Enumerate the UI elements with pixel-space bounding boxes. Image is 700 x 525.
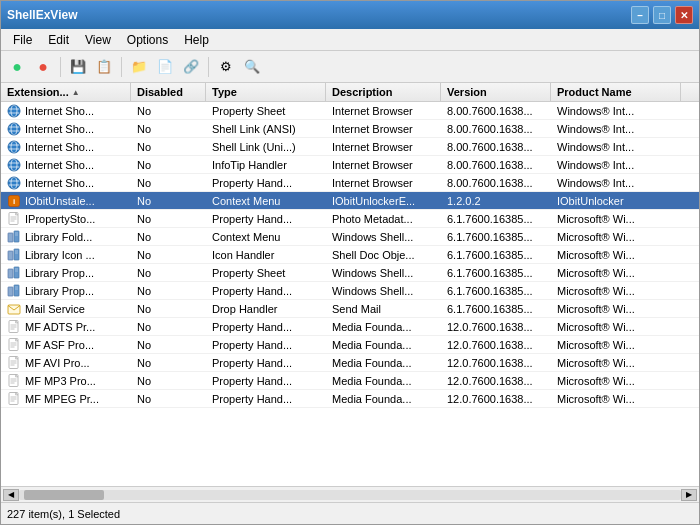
toolbar-search[interactable]: 🔍 (240, 55, 264, 79)
col-header-type[interactable]: Type (206, 83, 326, 101)
menu-options[interactable]: Options (119, 31, 176, 49)
menu-edit[interactable]: Edit (40, 31, 77, 49)
window-title: ShellExView (7, 8, 77, 22)
table-row[interactable]: MF AVI Pro... No Property Hand... Media … (1, 354, 699, 372)
cell-disabled: No (131, 192, 206, 209)
toolbar-open[interactable]: 📁 (127, 55, 151, 79)
cell-type: Shell Link (Uni...) (206, 138, 326, 155)
cell-version: 8.00.7600.1638... (441, 120, 551, 137)
cell-disabled: No (131, 282, 206, 299)
table-row[interactable]: Internet Sho... No Property Sheet Intern… (1, 102, 699, 120)
cell-product: IObitUnlocker (551, 192, 681, 209)
svg-rect-40 (8, 269, 13, 278)
cell-version: 6.1.7600.16385... (441, 228, 551, 245)
cell-desc: Internet Browser (326, 156, 441, 173)
library-icon (7, 248, 21, 262)
globe-icon (7, 158, 21, 172)
toolbar-settings[interactable]: ⚙ (214, 55, 238, 79)
cell-desc: Media Founda... (326, 390, 441, 407)
table-row[interactable]: i IObitUnstale... No Context Menu IObitU… (1, 192, 699, 210)
col-header-disabled[interactable]: Disabled (131, 83, 206, 101)
scrollbar-track[interactable] (19, 490, 681, 500)
cell-desc: Internet Browser (326, 174, 441, 191)
cell-type: Property Hand... (206, 210, 326, 227)
menu-help[interactable]: Help (176, 31, 217, 49)
table-row[interactable]: Internet Sho... No InfoTip Handler Inter… (1, 156, 699, 174)
sort-arrow-ext: ▲ (72, 88, 80, 97)
mail-icon (7, 302, 21, 316)
cell-disabled: No (131, 120, 206, 137)
page-icon (7, 392, 21, 406)
col-header-ext[interactable]: Extension... ▲ (1, 83, 131, 101)
table-row[interactable]: MF MP3 Pro... No Property Hand... Media … (1, 372, 699, 390)
cell-type: InfoTip Handler (206, 156, 326, 173)
cell-desc: Windows Shell... (326, 282, 441, 299)
toolbar-btn-green[interactable]: ● (5, 55, 29, 79)
cell-disabled: No (131, 246, 206, 263)
cell-type: Drop Handler (206, 300, 326, 317)
cell-desc: IObitUnlockerE... (326, 192, 441, 209)
col-header-product[interactable]: Product Name (551, 83, 681, 101)
cell-type: Property Hand... (206, 354, 326, 371)
cell-desc: Shell Doc Obje... (326, 246, 441, 263)
maximize-button[interactable]: □ (653, 6, 671, 24)
cell-version: 6.1.7600.16385... (441, 264, 551, 281)
col-header-version[interactable]: Version (441, 83, 551, 101)
cell-product: Microsoft® Wi... (551, 336, 681, 353)
toolbar-link[interactable]: 🔗 (179, 55, 203, 79)
table-row[interactable]: Library Icon ... No Icon Handler Shell D… (1, 246, 699, 264)
cell-type: Icon Handler (206, 246, 326, 263)
iobit-icon: i (7, 194, 21, 208)
cell-product: Microsoft® Wi... (551, 318, 681, 335)
table-row[interactable]: Library Fold... No Context Menu Windows … (1, 228, 699, 246)
cell-ext: Internet Sho... (1, 102, 131, 119)
library-icon (7, 284, 21, 298)
cell-version: 12.0.7600.1638... (441, 336, 551, 353)
cell-type: Property Hand... (206, 318, 326, 335)
cell-ext: Library Fold... (1, 228, 131, 245)
toolbar-btn-red[interactable]: ● (31, 55, 55, 79)
cell-disabled: No (131, 300, 206, 317)
cell-type: Property Sheet (206, 264, 326, 281)
globe-icon (7, 140, 21, 154)
scroll-left-btn[interactable]: ◀ (3, 489, 19, 501)
cell-ext: MF ADTS Pr... (1, 318, 131, 335)
cell-type: Property Sheet (206, 102, 326, 119)
table-row[interactable]: Mail Service No Drop Handler Send Mail 6… (1, 300, 699, 318)
cell-type: Context Menu (206, 228, 326, 245)
cell-product: Microsoft® Wi... (551, 210, 681, 227)
table-row[interactable]: MF ASF Pro... No Property Hand... Media … (1, 336, 699, 354)
toolbar-save[interactable]: 💾 (66, 55, 90, 79)
menu-view[interactable]: View (77, 31, 119, 49)
cell-disabled: No (131, 138, 206, 155)
cell-disabled: No (131, 102, 206, 119)
table-row[interactable]: Internet Sho... No Property Hand... Inte… (1, 174, 699, 192)
toolbar-clipboard[interactable]: 📋 (92, 55, 116, 79)
minimize-button[interactable]: – (631, 6, 649, 24)
menu-file[interactable]: File (5, 31, 40, 49)
cell-disabled: No (131, 318, 206, 335)
cell-version: 8.00.7600.1638... (441, 174, 551, 191)
table-row[interactable]: Internet Sho... No Shell Link (Uni...) I… (1, 138, 699, 156)
table-row[interactable]: Library Prop... No Property Sheet Window… (1, 264, 699, 282)
cell-product: Windows® Int... (551, 138, 681, 155)
table-row[interactable]: MF ADTS Pr... No Property Hand... Media … (1, 318, 699, 336)
cell-ext: Internet Sho... (1, 156, 131, 173)
cell-type: Context Menu (206, 192, 326, 209)
close-button[interactable]: ✕ (675, 6, 693, 24)
table-row[interactable]: Internet Sho... No Shell Link (ANSI) Int… (1, 120, 699, 138)
table-row[interactable]: MF MPEG Pr... No Property Hand... Media … (1, 390, 699, 408)
scrollbar-thumb[interactable] (24, 490, 104, 500)
library-icon (7, 266, 21, 280)
cell-desc: Photo Metadat... (326, 210, 441, 227)
table-row[interactable]: IPropertySto... No Property Hand... Phot… (1, 210, 699, 228)
globe-icon (7, 122, 21, 136)
cell-desc: Windows Shell... (326, 228, 441, 245)
table-row[interactable]: Library Prop... No Property Hand... Wind… (1, 282, 699, 300)
horizontal-scrollbar[interactable]: ◀ ▶ (1, 486, 699, 502)
scroll-right-btn[interactable]: ▶ (681, 489, 697, 501)
cell-disabled: No (131, 210, 206, 227)
status-bar: 227 item(s), 1 Selected (1, 502, 699, 524)
toolbar-doc[interactable]: 📄 (153, 55, 177, 79)
col-header-desc[interactable]: Description (326, 83, 441, 101)
